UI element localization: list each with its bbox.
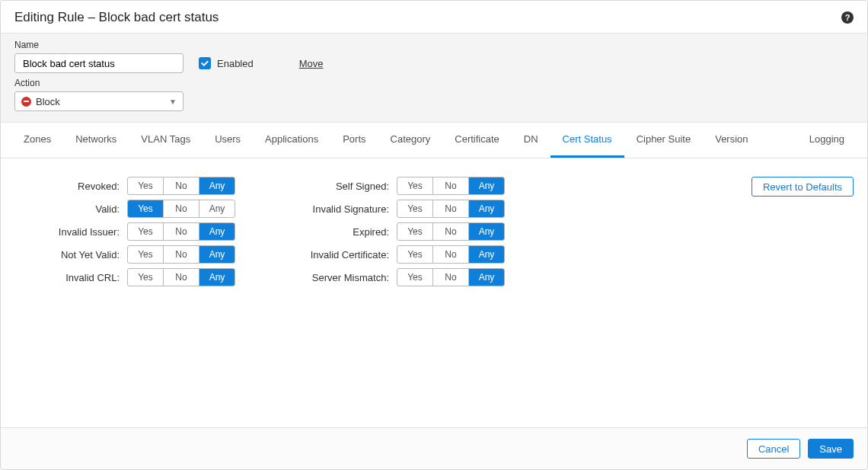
status-label: Self Signed: [290,181,397,192]
toggle-group: YesNoAny [127,222,235,241]
toggle-group: YesNoAny [127,200,235,218]
toggle-yes[interactable]: Yes [128,223,164,240]
status-row: Valid:YesNoAny [36,200,235,218]
toggle-group: YesNoAny [127,268,235,286]
toggle-yes[interactable]: Yes [397,269,433,286]
toggle-no[interactable]: No [433,223,469,240]
toggle-group: YesNoAny [127,177,235,195]
toggle-yes[interactable]: Yes [128,177,164,194]
save-button[interactable]: Save [808,439,854,459]
toggle-group: YesNoAny [397,200,505,218]
revert-button[interactable]: Revert to Defaults [752,177,854,197]
tab-zones[interactable]: Zones [11,123,63,158]
status-label: Server Mismatch: [290,272,397,283]
toggle-no[interactable]: No [433,200,469,217]
status-label: Invalid Signature: [290,203,397,215]
toggle-no[interactable]: No [164,269,199,286]
toggle-no[interactable]: No [433,269,469,286]
toggle-any[interactable]: Any [199,177,235,194]
chevron-down-icon: ▼ [169,98,177,106]
tab-users[interactable]: Users [203,123,253,158]
action-label: Action [14,78,854,88]
toggle-yes[interactable]: Yes [397,200,433,217]
toggle-any[interactable]: Any [469,246,504,263]
toggle-no[interactable]: No [164,200,199,217]
rule-editor-window: Editing Rule – Block bad cert status ? N… [0,0,868,470]
status-row: Revoked:YesNoAny [36,177,235,195]
tab-cert-status[interactable]: Cert Status [550,123,624,158]
name-label: Name [14,40,854,50]
status-row: Self Signed:YesNoAny [290,177,505,195]
toggle-yes[interactable]: Yes [128,246,164,263]
status-row: Invalid CRL:YesNoAny [36,268,235,286]
toggle-yes[interactable]: Yes [397,246,433,263]
status-label: Not Yet Valid: [36,249,127,261]
name-input[interactable] [14,53,183,73]
toggle-group: YesNoAny [397,177,505,195]
toggle-yes[interactable]: Yes [128,200,164,217]
toggle-any[interactable]: Any [469,177,504,194]
tab-content: Revoked:YesNoAnyValid:YesNoAnyInvalid Is… [1,158,867,427]
help-icon[interactable]: ? [841,11,854,24]
status-label: Invalid Certificate: [290,249,397,261]
tab-bar: ZonesNetworksVLAN TagsUsersApplicationsP… [1,123,867,158]
action-select[interactable]: Block ▼ [14,91,183,111]
tab-dn[interactable]: DN [512,123,550,158]
status-row: Expired:YesNoAny [290,222,505,241]
tab-version[interactable]: Version [703,123,760,158]
footer: Cancel Save [1,427,867,469]
toggle-any[interactable]: Any [199,200,235,217]
toggle-group: YesNoAny [397,245,505,264]
page-title: Editing Rule – Block bad cert status [14,10,219,25]
status-label: Valid: [36,203,127,215]
toggle-any[interactable]: Any [199,269,235,286]
toggle-group: YesNoAny [397,222,505,241]
status-row: Invalid Certificate:YesNoAny [290,245,505,264]
toggle-group: YesNoAny [127,245,235,264]
check-icon [200,59,209,68]
toggle-no[interactable]: No [164,246,199,263]
status-label: Invalid CRL: [36,272,127,283]
tab-certificate[interactable]: Certificate [442,123,512,158]
block-icon [21,97,31,107]
tab-ports[interactable]: Ports [330,123,378,158]
status-column-right: Self Signed:YesNoAnyInvalid Signature:Ye… [290,177,505,409]
enabled-label: Enabled [217,58,254,69]
status-label: Revoked: [36,181,127,192]
toggle-yes[interactable]: Yes [397,223,433,240]
form-area: Name Enabled Move Action Block ▼ [1,34,867,123]
tab-logging[interactable]: Logging [797,123,857,158]
status-row: Server Mismatch:YesNoAny [290,268,505,286]
toggle-no[interactable]: No [433,177,469,194]
status-row: Invalid Signature:YesNoAny [290,200,505,218]
tab-networks[interactable]: Networks [63,123,129,158]
enabled-checkbox[interactable] [199,57,211,69]
toggle-any[interactable]: Any [469,223,504,240]
toggle-any[interactable]: Any [469,269,504,286]
toggle-no[interactable]: No [164,177,199,194]
move-link[interactable]: Move [299,58,324,69]
header: Editing Rule – Block bad cert status ? [1,1,867,34]
tab-cipher-suite[interactable]: Cipher Suite [624,123,704,158]
status-column-left: Revoked:YesNoAnyValid:YesNoAnyInvalid Is… [36,177,235,409]
toggle-yes[interactable]: Yes [397,177,433,194]
status-label: Invalid Issuer: [36,226,127,238]
tab-category[interactable]: Category [378,123,443,158]
tab-vlan-tags[interactable]: VLAN Tags [129,123,203,158]
toggle-any[interactable]: Any [199,223,235,240]
status-row: Not Yet Valid:YesNoAny [36,245,235,264]
cancel-button[interactable]: Cancel [747,439,800,459]
toggle-no[interactable]: No [164,223,199,240]
status-label: Expired: [290,226,397,238]
toggle-any[interactable]: Any [199,246,235,263]
toggle-group: YesNoAny [397,268,505,286]
tab-applications[interactable]: Applications [253,123,330,158]
action-value: Block [36,96,60,107]
status-row: Invalid Issuer:YesNoAny [36,222,235,241]
toggle-any[interactable]: Any [469,200,504,217]
toggle-no[interactable]: No [433,246,469,263]
toggle-yes[interactable]: Yes [128,269,164,286]
